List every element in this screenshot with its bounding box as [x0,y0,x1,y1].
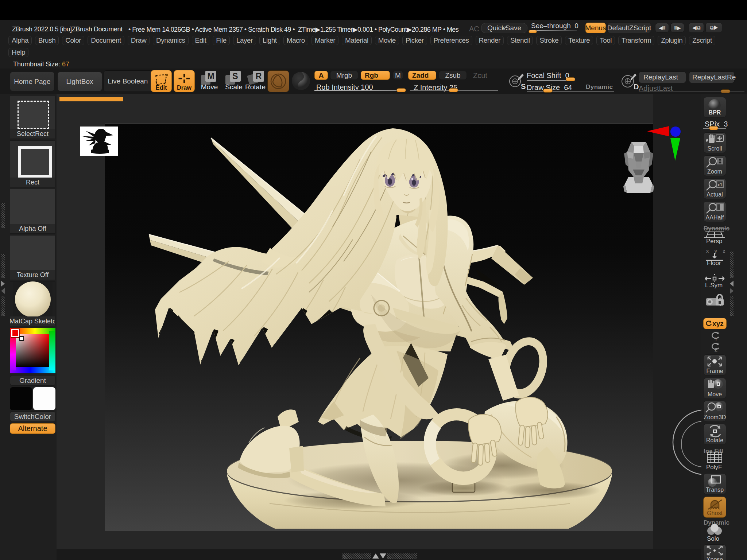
svg-text:Draw: Draw [177,84,191,91]
svg-text:x1: x1 [717,182,723,187]
svg-text:Y: Y [715,336,718,342]
svg-text:S: S [521,82,526,90]
svg-text:Edit: Edit [156,84,167,91]
svg-text:D: D [634,83,639,91]
svg-text:Z: Z [715,347,717,353]
